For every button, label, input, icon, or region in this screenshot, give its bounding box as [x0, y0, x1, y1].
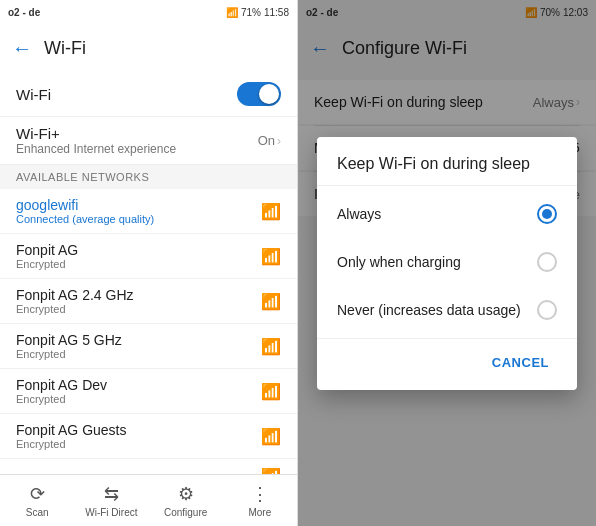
network-list: googlewifi Connected (average quality) 📶…: [0, 189, 297, 474]
network-status-fonpit-ag: Encrypted: [16, 258, 78, 270]
nav-scan-label: Scan: [26, 507, 49, 518]
wifi-signal-icon-fonpit-24: 📶: [261, 292, 281, 311]
left-panel: o2 - de 📶 71% 11:58 ← Wi-Fi Wi-Fi Wi-Fi+…: [0, 0, 298, 526]
network-name-fonpit-ag: Fonpit AG: [16, 242, 78, 258]
wifi-toggle-switch[interactable]: [237, 82, 281, 106]
wifi-signal-icon-fonpit-dev: 📶: [261, 382, 281, 401]
network-name-googlewifi: googlewifi: [16, 197, 154, 213]
dialog-overlay: Keep Wi-Fi on during sleep Always Only w…: [298, 0, 596, 526]
option-label-always: Always: [337, 206, 381, 222]
wifi-signal-icon-fonpit-5: 📶: [261, 337, 281, 356]
radio-never[interactable]: [537, 300, 557, 320]
option-label-never: Never (increases data usage): [337, 302, 521, 318]
radio-always[interactable]: [537, 204, 557, 224]
dialog-title: Keep Wi-Fi on during sleep: [317, 137, 577, 186]
network-status-fonpit-24: Encrypted: [16, 303, 134, 315]
wifi-signal-icon-mercury: 📶: [261, 467, 281, 474]
network-mercury[interactable]: mercury 📶: [0, 459, 297, 474]
left-signal-icon: 📶: [226, 7, 238, 18]
left-back-button[interactable]: ←: [12, 37, 32, 60]
left-battery: 71%: [241, 7, 261, 18]
nav-configure[interactable]: ⚙ Configure: [149, 479, 223, 522]
nav-more[interactable]: ⋮ More: [223, 479, 297, 522]
wifi-signal-icon-fonpit-ag: 📶: [261, 247, 281, 266]
wifi-plus-title: Wi-Fi+: [16, 125, 176, 142]
nav-scan[interactable]: ⟳ Scan: [0, 479, 74, 522]
wifi-toggle-label: Wi-Fi: [16, 86, 51, 103]
dialog-option-always[interactable]: Always: [317, 190, 577, 238]
left-status-icons: 📶 71% 11:58: [226, 7, 289, 18]
wifi-direct-icon: ⇆: [104, 483, 119, 505]
scan-icon: ⟳: [30, 483, 45, 505]
dialog-option-never[interactable]: Never (increases data usage): [317, 286, 577, 334]
nav-wifi-direct[interactable]: ⇆ Wi-Fi Direct: [74, 479, 148, 522]
radio-charging[interactable]: [537, 252, 557, 272]
nav-configure-label: Configure: [164, 507, 207, 518]
left-toolbar: ← Wi-Fi: [0, 24, 297, 72]
wifi-plus-row[interactable]: Wi-Fi+ Enhanced Internet experience On ›: [0, 117, 297, 165]
network-fonpit-24[interactable]: Fonpit AG 2.4 GHz Encrypted 📶: [0, 279, 297, 324]
more-icon: ⋮: [251, 483, 269, 505]
nav-more-label: More: [248, 507, 271, 518]
dialog-options: Always Only when charging Never (increas…: [317, 186, 577, 338]
available-networks-header: AVAILABLE NETWORKS: [0, 165, 297, 189]
network-name-fonpit-5: Fonpit AG 5 GHz: [16, 332, 122, 348]
network-status-googlewifi: Connected (average quality): [16, 213, 154, 225]
network-status-fonpit-guests: Encrypted: [16, 438, 127, 450]
wifi-toggle-row[interactable]: Wi-Fi: [0, 72, 297, 117]
network-googlewifi[interactable]: googlewifi Connected (average quality) 📶: [0, 189, 297, 234]
cancel-button[interactable]: CANCEL: [480, 347, 561, 378]
wifi-plus-info: Wi-Fi+ Enhanced Internet experience: [16, 125, 176, 156]
network-status-fonpit-dev: Encrypted: [16, 393, 107, 405]
network-fonpit-dev[interactable]: Fonpit AG Dev Encrypted 📶: [0, 369, 297, 414]
network-name-fonpit-guests: Fonpit AG Guests: [16, 422, 127, 438]
wifi-signal-icon-fonpit-guests: 📶: [261, 427, 281, 446]
wifi-plus-chevron: ›: [277, 134, 281, 148]
left-page-title: Wi-Fi: [44, 38, 86, 59]
left-time: 11:58: [264, 7, 289, 18]
option-label-charging: Only when charging: [337, 254, 461, 270]
wifi-plus-subtitle: Enhanced Internet experience: [16, 142, 176, 156]
network-name-fonpit-dev: Fonpit AG Dev: [16, 377, 107, 393]
nav-wifi-direct-label: Wi-Fi Direct: [85, 507, 137, 518]
network-fonpit-guests[interactable]: Fonpit AG Guests Encrypted 📶: [0, 414, 297, 459]
dialog-option-charging[interactable]: Only when charging: [317, 238, 577, 286]
left-status-bar: o2 - de 📶 71% 11:58: [0, 0, 297, 24]
network-status-fonpit-5: Encrypted: [16, 348, 122, 360]
configure-icon: ⚙: [178, 483, 194, 505]
network-fonpit-5[interactable]: Fonpit AG 5 GHz Encrypted 📶: [0, 324, 297, 369]
right-panel: o2 - de 📶 70% 12:03 ← Configure Wi-Fi Ke…: [298, 0, 596, 526]
network-fonpit-ag[interactable]: Fonpit AG Encrypted 📶: [0, 234, 297, 279]
dialog-actions: CANCEL: [317, 338, 577, 390]
wifi-plus-value: On ›: [258, 133, 281, 148]
left-carrier: o2 - de: [8, 7, 40, 18]
bottom-nav: ⟳ Scan ⇆ Wi-Fi Direct ⚙ Configure ⋮ More: [0, 474, 297, 526]
wifi-signal-icon-googlewifi: 📶: [261, 202, 281, 221]
keep-wifi-dialog: Keep Wi-Fi on during sleep Always Only w…: [317, 137, 577, 390]
network-name-fonpit-24: Fonpit AG 2.4 GHz: [16, 287, 134, 303]
